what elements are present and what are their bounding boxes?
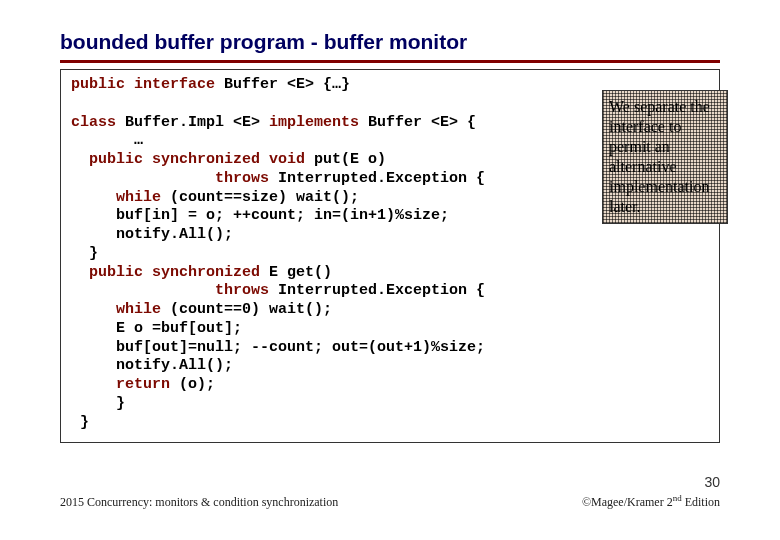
callout-text: We separate the interface to permit an a… bbox=[609, 98, 710, 215]
kw: throws bbox=[71, 282, 269, 299]
code-text: (o); bbox=[170, 376, 215, 393]
footer: 2015 Concurrency: monitors & condition s… bbox=[60, 493, 720, 510]
footer-left: 2015 Concurrency: monitors & condition s… bbox=[60, 495, 338, 510]
code-text: (count==0) wait(); bbox=[161, 301, 332, 318]
kw: public synchronized void bbox=[71, 151, 305, 168]
footer-right-a: ©Magee/Kramer 2 bbox=[582, 495, 673, 509]
callout-box: We separate the interface to permit an a… bbox=[602, 90, 728, 224]
slide-title: bounded buffer program - buffer monitor bbox=[60, 30, 720, 54]
kw: while bbox=[71, 301, 161, 318]
kw: while bbox=[71, 189, 161, 206]
code-text: } bbox=[71, 414, 89, 431]
code-text: put(E o) bbox=[305, 151, 386, 168]
kw: public interface bbox=[71, 76, 215, 93]
code-text: Interrupted.Exception { bbox=[269, 170, 485, 187]
title-rule bbox=[60, 60, 720, 63]
code-text: notify.All(); bbox=[71, 357, 233, 374]
code-text: } bbox=[71, 395, 125, 412]
kw: throws bbox=[71, 170, 269, 187]
code-text: notify.All(); bbox=[71, 226, 233, 243]
kw: return bbox=[71, 376, 170, 393]
footer-right: ©Magee/Kramer 2nd Edition bbox=[582, 493, 720, 510]
kw: implements bbox=[269, 114, 359, 131]
code-text: (count==size) wait(); bbox=[161, 189, 359, 206]
code-text: E o =buf[out]; bbox=[71, 320, 242, 337]
code-text: Buffer <E> {…} bbox=[215, 76, 350, 93]
footer-right-sup: nd bbox=[673, 493, 682, 503]
code-text: Buffer <E> { bbox=[359, 114, 476, 131]
code-text: E get() bbox=[260, 264, 332, 281]
kw: public synchronized bbox=[71, 264, 260, 281]
code-text: } bbox=[71, 245, 98, 262]
kw: class bbox=[71, 114, 116, 131]
code-text: Buffer.Impl <E> bbox=[116, 114, 269, 131]
code-text: Interrupted.Exception { bbox=[269, 282, 485, 299]
code-text: buf[out]=null; --count; out=(out+1)%size… bbox=[71, 339, 485, 356]
footer-right-c: Edition bbox=[682, 495, 720, 509]
slide: bounded buffer program - buffer monitor … bbox=[0, 0, 780, 540]
page-number: 30 bbox=[704, 474, 720, 490]
code-text: buf[in] = o; ++count; in=(in+1)%size; bbox=[71, 207, 449, 224]
code-text: … bbox=[71, 132, 143, 149]
